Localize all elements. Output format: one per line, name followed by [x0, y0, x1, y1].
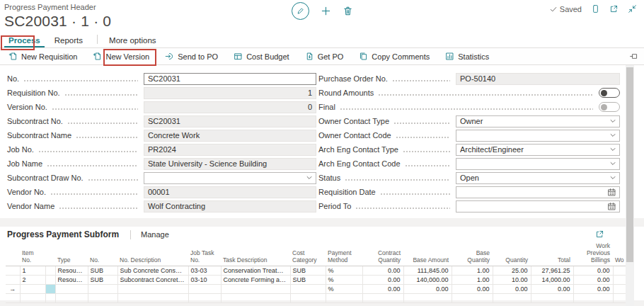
- toolbar-button-copy-comments[interactable]: Copy Comments: [359, 52, 430, 61]
- table-cell[interactable]: 0.00: [573, 266, 613, 276]
- field-vendor-no[interactable]: 00001: [144, 186, 316, 198]
- table-cell[interactable]: 2: [20, 276, 45, 285]
- table-cell[interactable]: 0.00: [573, 276, 613, 285]
- scrollbar-thumb[interactable]: [626, 67, 633, 262]
- field-arch-eng-contact-type[interactable]: Architect/Engineer: [456, 144, 620, 156]
- table-cell[interactable]: [88, 285, 117, 294]
- column-header-quantity[interactable]: Quantity: [493, 242, 531, 266]
- column-header-contract-quantity[interactable]: Contract Quantity: [362, 242, 403, 266]
- field-requisition-date[interactable]: [456, 186, 620, 198]
- field-status[interactable]: Open: [456, 172, 620, 184]
- column-header-blank[interactable]: [45, 242, 55, 266]
- table-cell[interactable]: 03-03: [188, 266, 221, 276]
- table-cell[interactable]: 1.00: [452, 276, 493, 285]
- table-cell[interactable]: Resource: [55, 266, 88, 276]
- table-cell[interactable]: 27,961.25: [531, 266, 573, 276]
- table-cell[interactable]: [188, 294, 221, 303]
- table-cell[interactable]: [290, 294, 326, 303]
- toolbar-button-get-po[interactable]: Get PO: [305, 52, 344, 61]
- field-job-no[interactable]: PR2024: [144, 144, 316, 156]
- toolbar-button-new-requisition[interactable]: New Requisition: [8, 52, 77, 61]
- add-new-icon[interactable]: [321, 6, 331, 16]
- table-cell[interactable]: Subcontract Concrete Work: [117, 276, 188, 285]
- table-cell[interactable]: [290, 285, 326, 294]
- column-header-task-description[interactable]: Task Description: [221, 242, 290, 266]
- table-cell[interactable]: %: [326, 285, 362, 294]
- table-cell[interactable]: 0.00: [362, 266, 403, 276]
- column-header-base-amount[interactable]: Base Amount: [403, 242, 452, 266]
- table-cell[interactable]: 111,845.00: [403, 266, 452, 276]
- table-cell[interactable]: [88, 294, 117, 303]
- column-header-blank[interactable]: [6, 242, 20, 266]
- edit-pencil-icon[interactable]: [292, 2, 309, 20]
- field-owner-contact-code[interactable]: [456, 130, 620, 142]
- pin-toolbar-icon[interactable]: [629, 52, 638, 61]
- column-header-job-task-no[interactable]: Job Task No.: [188, 242, 221, 266]
- table-cell[interactable]: Conservation Treatment fo...: [221, 266, 290, 276]
- table-cell[interactable]: SUB: [290, 266, 326, 276]
- table-cell[interactable]: 10.00: [493, 276, 531, 285]
- column-header-base-quantity[interactable]: Base Quantity: [452, 242, 493, 266]
- table-cell[interactable]: 1.00: [452, 266, 493, 276]
- table-cell[interactable]: Resource: [55, 276, 88, 285]
- bookmark-icon[interactable]: [591, 4, 600, 13]
- table-cell[interactable]: [362, 294, 403, 303]
- table-cell[interactable]: [20, 285, 45, 294]
- vertical-scrollbar[interactable]: [626, 65, 634, 306]
- table-cell[interactable]: 0.00: [531, 285, 573, 294]
- column-header-payment-method[interactable]: Payment Method: [326, 242, 362, 266]
- manage-button[interactable]: Manage: [141, 230, 169, 239]
- table-cell[interactable]: [45, 285, 55, 294]
- table-cell[interactable]: [613, 294, 626, 303]
- table-cell[interactable]: %: [326, 276, 362, 285]
- table-cell[interactable]: [452, 294, 493, 303]
- field-vendor-name[interactable]: Wolf Contracting: [144, 200, 316, 212]
- table-cell[interactable]: [403, 294, 452, 303]
- table-cell[interactable]: 03-10: [188, 276, 221, 285]
- table-cell[interactable]: 14,000.00: [531, 276, 573, 285]
- table-cell[interactable]: 0.00: [362, 276, 403, 285]
- open-in-new-window-icon[interactable]: [609, 4, 619, 13]
- table-cell[interactable]: SUB: [88, 276, 117, 285]
- field-requisition-no[interactable]: 1: [144, 87, 316, 99]
- toolbar-button-statistics[interactable]: Statistics: [445, 52, 489, 61]
- column-header-total[interactable]: Total: [531, 242, 573, 266]
- table-cell[interactable]: [613, 276, 626, 285]
- table-cell[interactable]: 140,000.00: [403, 276, 452, 285]
- subform-popout-icon[interactable]: [595, 230, 604, 239]
- field-subcontract-name[interactable]: Concrete Work: [144, 130, 316, 142]
- field-owner-contact-type[interactable]: Owner: [456, 115, 620, 128]
- field-arch-eng-contact-code[interactable]: [456, 158, 620, 170]
- table-cell[interactable]: [45, 266, 55, 276]
- table-cell[interactable]: [531, 294, 573, 303]
- table-cell[interactable]: 0.00: [452, 285, 493, 294]
- table-cell[interactable]: %: [326, 266, 362, 276]
- tab-reports[interactable]: Reports: [50, 35, 87, 47]
- table-cell[interactable]: [55, 285, 88, 294]
- column-header-no-description[interactable]: No. Description: [117, 242, 188, 266]
- table-cell[interactable]: [493, 294, 531, 303]
- table-cell[interactable]: [573, 294, 613, 303]
- tab-process[interactable]: Process: [4, 35, 45, 47]
- table-cell[interactable]: 25.00: [493, 266, 531, 276]
- column-header-item-no[interactable]: Item No.: [20, 242, 45, 266]
- field-no[interactable]: [144, 73, 316, 85]
- field-subcontract-no[interactable]: SC20031: [144, 115, 316, 128]
- toolbar-button-cost-budget[interactable]: Cost Budget: [234, 52, 289, 61]
- collapse-window-icon[interactable]: [628, 4, 637, 13]
- table-cell[interactable]: [45, 276, 55, 285]
- field-round-amounts[interactable]: [599, 88, 620, 98]
- field-purchase-order-no[interactable]: PO-50140: [456, 73, 620, 85]
- table-cell[interactable]: [20, 294, 45, 303]
- column-header-work-previous-billings[interactable]: Work Previous Billings: [573, 242, 613, 266]
- table-cell[interactable]: [117, 294, 188, 303]
- table-cell[interactable]: 0.00: [493, 285, 531, 294]
- column-header-wo[interactable]: Wo: [613, 242, 626, 266]
- table-cell[interactable]: 0.00: [403, 285, 452, 294]
- toolbar-button-new-version[interactable]: New Version: [93, 52, 149, 61]
- field-version-no[interactable]: 0: [144, 101, 316, 113]
- table-cell[interactable]: SUB: [88, 266, 117, 276]
- delete-trash-icon[interactable]: [343, 6, 353, 16]
- table-cell[interactable]: [117, 285, 188, 294]
- tab-more-options[interactable]: More options: [105, 35, 160, 47]
